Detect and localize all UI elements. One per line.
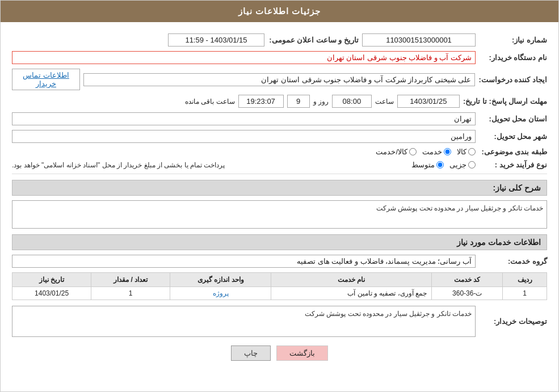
category-label-kala-khedmat: کالا/خدمت xyxy=(376,147,407,156)
col-header-unit: واحد اندازه گیری xyxy=(170,273,271,287)
category-option-kala: کالا xyxy=(457,147,476,156)
creator-value: علی شیختی کاربرداز شرکت آب و فاضلاب جنوب… xyxy=(83,73,475,86)
process-radio-motavaset[interactable] xyxy=(436,161,444,168)
main-content: شماره نیاز: 1103001513000001 تاریخ و ساع… xyxy=(1,22,558,375)
cell-unit: پروژه xyxy=(170,287,271,300)
table-row: 1 ت-36-360 جمع آوری، تصفیه و تامین آب پر… xyxy=(12,287,547,300)
province-row: استان محل تحویل: تهران xyxy=(12,112,547,125)
col-header-qty: تعداد / مقدار xyxy=(91,273,170,287)
need-description-value: خدمات تانکر و جرثقیل سیار در محدوده تحت … xyxy=(12,200,547,229)
day-value: 9 xyxy=(287,95,310,108)
service-table: ردیف کد خدمت نام خدمت واحد اندازه گیری ت… xyxy=(12,272,547,300)
page-wrapper: جزئیات اطلاعات نیاز شماره نیاز: 11030015… xyxy=(0,0,559,392)
process-radio-group: جزیی متوسط xyxy=(228,161,476,169)
process-label-jozi: جزیی xyxy=(449,161,466,169)
col-header-name: نام خدمت xyxy=(271,273,432,287)
creator-row: ایجاد کننده درخواست: علی شیختی کاربرداز … xyxy=(12,69,547,90)
remaining-label: ساعت باقی مانده xyxy=(185,98,235,106)
city-value: ورامین xyxy=(12,130,476,143)
need-description-header: شرح کلی نیاز: xyxy=(12,180,547,196)
time-label: ساعت xyxy=(375,98,394,106)
category-radio-kala-khedmat[interactable] xyxy=(409,148,417,155)
contact-link[interactable]: اطلاعات تماس خریدار xyxy=(12,69,80,90)
cell-date: 1403/01/25 xyxy=(12,287,91,300)
buyer-org-value: شرکت آب و فاضلاب جنوب شرقی استان تهران xyxy=(12,51,476,64)
process-description: پرداخت تمام یا بخشی از مبلغ خریدار از مح… xyxy=(12,161,225,169)
category-option-khedmat: خدمت xyxy=(422,147,451,156)
remaining-time: 19:23:07 xyxy=(238,95,284,108)
page-title: جزئیات اطلاعات نیاز xyxy=(238,6,321,16)
category-row: طبقه بندی موضوعی: کالا خدمت کالا/خدمت xyxy=(12,147,547,156)
buyer-org-row: نام دستگاه خریدار: شرکت آب و فاضلاب جنوب… xyxy=(12,51,547,64)
need-number-label: شماره نیاز: xyxy=(479,36,547,44)
cell-row-num: 1 xyxy=(503,287,547,300)
deadline-row: مهلت ارسال پاسخ: تا تاریخ: 1403/01/25 سا… xyxy=(12,95,547,108)
cell-service-code: ت-36-360 xyxy=(432,287,503,300)
cell-service-name: جمع آوری، تصفیه و تامین آب xyxy=(271,287,432,300)
need-description-row: خدمات تانکر و جرثقیل سیار در محدوده تحت … xyxy=(12,200,547,229)
announcement-date-label: تاریخ و ساعت اعلان عمومی: xyxy=(268,36,359,44)
cell-quantity: 1 xyxy=(91,287,170,300)
service-group-label: گروه خدمت: xyxy=(479,257,547,265)
process-option-jozi: جزیی xyxy=(449,161,476,169)
service-group-value: آب رسانی؛ مدیریت پسماند، فاضلاب و فعالیت… xyxy=(12,255,476,268)
category-label: طبقه بندی موضوعی: xyxy=(479,147,547,156)
province-value: تهران xyxy=(12,112,476,125)
buyer-comments-row: توصیحات خریدار: خدمات تانکر و جرثقیل سیا… xyxy=(12,306,547,337)
category-radio-group: کالا خدمت کالا/خدمت xyxy=(12,147,476,156)
buyer-comments-label: توصیحات خریدار: xyxy=(479,317,547,326)
category-label-khedmat: خدمت xyxy=(422,147,442,156)
process-option-motavaset: متوسط xyxy=(411,161,444,169)
day-label: روز و xyxy=(313,98,329,106)
col-header-date: تاریخ نیاز xyxy=(12,273,91,287)
buyer-comments-value: خدمات تانکر و جرثقیل سیار در محدوده تحت … xyxy=(12,306,476,337)
service-info-header: اطلاعات خدمات مورد نیاز xyxy=(12,234,547,250)
print-button[interactable]: چاپ xyxy=(231,345,271,361)
city-row: شهر محل تحویل: ورامین xyxy=(12,130,547,143)
need-number-value: 1103001513000001 xyxy=(362,33,476,47)
button-row: بازگشت چاپ xyxy=(12,345,547,361)
process-label: نوع فرآیند خرید : xyxy=(479,161,547,169)
process-radio-jozi[interactable] xyxy=(468,161,476,168)
category-radio-kala[interactable] xyxy=(468,148,476,155)
category-radio-khedmat[interactable] xyxy=(444,148,451,155)
deadline-date: 1403/01/25 xyxy=(397,95,460,108)
col-header-row: ردیف xyxy=(503,273,547,287)
process-label-motavaset: متوسط xyxy=(411,161,435,169)
need-number-row: شماره نیاز: 1103001513000001 تاریخ و ساع… xyxy=(12,33,547,47)
category-option-kala-khedmat: کالا/خدمت xyxy=(376,147,417,156)
buyer-org-label: نام دستگاه خریدار: xyxy=(479,53,547,62)
process-row: نوع فرآیند خرید : جزیی متوسط پرداخت تمام… xyxy=(12,161,547,169)
category-label-kala: کالا xyxy=(457,147,466,156)
province-label: استان محل تحویل: xyxy=(479,115,547,123)
deadline-label: مهلت ارسال پاسخ: تا تاریخ: xyxy=(463,97,547,106)
col-header-code: کد خدمت xyxy=(432,273,503,287)
back-button[interactable]: بازگشت xyxy=(276,345,328,361)
announcement-date-value: 1403/01/15 - 11:59 xyxy=(168,33,264,47)
service-group-row: گروه خدمت: آب رسانی؛ مدیریت پسماند، فاضل… xyxy=(12,255,547,268)
deadline-time: 08:00 xyxy=(332,95,372,108)
creator-label: ایجاد کننده درخواست: xyxy=(478,75,547,84)
page-header: جزئیات اطلاعات نیاز xyxy=(1,1,558,22)
city-label: شهر محل تحویل: xyxy=(479,132,547,141)
